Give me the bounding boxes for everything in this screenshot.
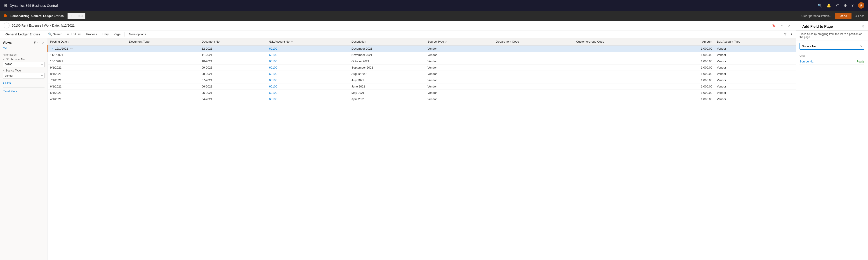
views-all-link[interactable]: *All [3, 46, 44, 49]
gl-entries-table: Posting Date ↓ Document Type Document No… [48, 38, 796, 102]
more-options-button[interactable]: More options [127, 31, 148, 37]
filter-source-remove[interactable]: ✕ [3, 69, 5, 72]
help-icon[interactable]: ? [851, 3, 854, 7]
customer-group-cell [574, 58, 669, 65]
gl-account-cell[interactable]: 60100 [267, 58, 349, 65]
dept-code-cell [494, 65, 574, 71]
col-description[interactable]: Description [349, 38, 425, 45]
back-button[interactable]: ← [4, 23, 9, 28]
gl-account-cell[interactable]: 60100 [267, 71, 349, 77]
description-cell: October 2021 [349, 58, 425, 65]
posting-date-link[interactable]: 12/1/2021 [55, 47, 68, 50]
clear-personalization-button[interactable]: Clear personalization... [801, 14, 831, 17]
list-view-icon[interactable]: ☰ [787, 33, 790, 36]
search-button[interactable]: 🔍 Search [46, 31, 64, 37]
grid-icon[interactable]: ⊞ [4, 3, 7, 8]
col-source-type[interactable]: Source Type ▽ [425, 38, 493, 45]
bal-account-cell: Vendor [715, 83, 796, 90]
afp-subtitle: Place fields by dragging from the list t… [796, 31, 868, 41]
doc-type-cell [127, 58, 199, 65]
table-row[interactable]: 5/1/202105-202160100May 2021Vendor1,000.… [48, 90, 796, 96]
table-row[interactable]: 6/1/202106-202160100June 2021Vendor1,000… [48, 83, 796, 90]
search-icon[interactable]: 🔍 [817, 3, 822, 8]
customer-group-cell [574, 83, 669, 90]
doc-no-cell: 06-2021 [199, 83, 267, 90]
entry-button[interactable]: Entry [99, 31, 111, 37]
afp-search-clear-icon[interactable]: ✕ [860, 45, 863, 48]
gl-account-cell[interactable]: 60100 [267, 83, 349, 90]
dept-code-cell [494, 83, 574, 90]
source-type-cell: Vendor [425, 77, 493, 83]
process-button[interactable]: Process [84, 31, 99, 37]
dept-code-cell [494, 71, 574, 77]
source-type-wrapper: Vendor [3, 73, 44, 78]
filter-gl-label: G/L Account No. [6, 58, 25, 61]
col-dept-code[interactable]: Department Code [494, 38, 574, 45]
views-header-icons: ⎘ ⋯ ✕ [34, 41, 44, 44]
posting-date-link[interactable]: 6/1/2021 [50, 85, 62, 88]
less-button[interactable]: ∧ Less [855, 14, 864, 17]
done-button[interactable]: Done [835, 13, 851, 19]
avatar[interactable]: F [858, 2, 864, 8]
share-icon[interactable]: ↗ [778, 23, 784, 28]
source-type-cell: Vendor [425, 71, 493, 77]
add-filter-button[interactable]: + Filter... [3, 81, 13, 86]
table-row[interactable]: 9/1/202109-202160100September 2021Vendor… [48, 65, 796, 71]
posting-date-link[interactable]: 7/1/2021 [50, 78, 62, 82]
col-doc-no[interactable]: Document No. [199, 38, 267, 45]
add-field-button[interactable]: ＋ + Field [67, 13, 86, 19]
table-row[interactable]: 7/1/202107-202160100July 2021Vendor1,000… [48, 77, 796, 83]
table-row[interactable]: 4/1/202104-202160100April 2021Vendor1,00… [48, 96, 796, 102]
afp-result-name[interactable]: Source No. [800, 60, 814, 63]
views-close-icon[interactable]: ✕ [42, 41, 44, 44]
views-copy-icon[interactable]: ⎘ [34, 41, 36, 44]
bookmark-icon[interactable]: 🏷 [836, 3, 839, 7]
gl-account-cell[interactable]: 60100 [267, 52, 349, 58]
table-row[interactable]: → 12/1/2021 ⋯12-202160100December 2021Ve… [48, 45, 796, 52]
views-more-icon[interactable]: ⋯ [37, 41, 40, 44]
page-header-actions: 🔖 ↗ ⤢ [771, 23, 792, 28]
amount-cell: 1,000.00 [669, 90, 715, 96]
posting-date-link[interactable]: 11/1/2021 [50, 53, 63, 57]
bookmark-page-icon[interactable]: 🔖 [771, 23, 777, 28]
posting-date-link[interactable]: 10/1/2021 [50, 60, 63, 63]
col-customer-group[interactable]: Customergroup Code [574, 38, 669, 45]
page-button[interactable]: Page [112, 31, 123, 37]
amount-cell: 1,000.00 [669, 45, 715, 52]
posting-date-link[interactable]: 8/1/2021 [50, 72, 62, 76]
posting-date-link[interactable]: 9/1/2021 [50, 66, 62, 69]
source-type-select[interactable]: Vendor [3, 73, 44, 78]
edit-list-button[interactable]: ✏ Edit List [65, 31, 84, 37]
col-amount[interactable]: Amount [669, 38, 715, 45]
dept-code-cell [494, 90, 574, 96]
settings-icon[interactable]: ⚙ [844, 3, 847, 8]
info-icon[interactable]: ℹ [791, 33, 792, 36]
col-gl-account[interactable]: G/L Account No. ▽ [267, 38, 349, 45]
afp-search-input[interactable] [800, 43, 864, 49]
gl-account-cell[interactable]: 60100 [267, 90, 349, 96]
gl-account-cell[interactable]: 60100 [267, 77, 349, 83]
gl-account-cell[interactable]: 60100 [267, 96, 349, 102]
gl-account-cell[interactable]: 60100 [267, 65, 349, 71]
posting-date-link[interactable]: 4/1/2021 [50, 98, 62, 101]
gl-account-select[interactable]: 60100 [3, 62, 44, 67]
table-row[interactable]: 8/1/202108-202160100August 2021Vendor1,0… [48, 71, 796, 77]
reset-filters-button[interactable]: Reset filters [3, 90, 17, 93]
notifications-icon[interactable]: 🔔 [827, 3, 831, 8]
posting-date-link[interactable]: 5/1/2021 [50, 91, 62, 95]
expand-icon[interactable]: ⤢ [786, 23, 792, 28]
col-posting-date[interactable]: Posting Date ↓ [48, 38, 127, 45]
afp-expand-icon[interactable]: › [800, 25, 800, 28]
afp-close-icon[interactable]: ✕ [862, 24, 864, 29]
table-row[interactable]: 10/1/202110-202160100October 2021Vendor1… [48, 58, 796, 65]
dept-code-cell [494, 96, 574, 102]
table-row[interactable]: 11/1/202111-202160100November 2021Vendor… [48, 52, 796, 58]
row-context-menu[interactable]: ⋯ [69, 47, 73, 50]
gl-account-cell[interactable]: 60100 [267, 45, 349, 52]
afp-header: › Add Field to Page ✕ [796, 21, 868, 31]
col-bal-account[interactable]: Bal. Account Type [715, 38, 796, 45]
views-panel: Views ⎘ ⋯ ✕ *All Filter list by: ✕ G/L A… [0, 38, 48, 260]
filter-icon[interactable]: ▽ [784, 33, 786, 36]
col-doc-type[interactable]: Document Type [127, 38, 199, 45]
filter-gl-remove[interactable]: ✕ [3, 58, 5, 61]
